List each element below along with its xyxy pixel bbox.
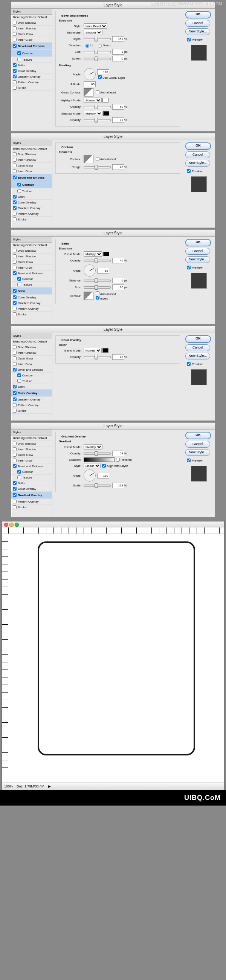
new-style-button[interactable]: New Style...	[185, 160, 210, 167]
sidebar-item[interactable]: Bevel and Emboss	[11, 463, 52, 469]
blend-mode-select[interactable]: Normal	[84, 348, 102, 353]
new-style-button[interactable]: New Style...	[185, 449, 210, 456]
align-checkbox[interactable]	[102, 464, 106, 468]
angle-input[interactable]	[97, 268, 109, 274]
blending-options[interactable]: Blending Options: Default	[11, 436, 52, 441]
color-swatch[interactable]	[103, 252, 109, 256]
checkbox[interactable]	[13, 69, 17, 73]
shadow-opacity-slider[interactable]	[84, 119, 111, 121]
down-radio[interactable]	[98, 44, 102, 48]
size-slider[interactable]	[84, 51, 111, 53]
sidebar-item-stroke[interactable]: Stroke	[11, 85, 52, 91]
preview-checkbox[interactable]	[187, 169, 191, 173]
angle-dial[interactable]	[84, 68, 95, 80]
range-input[interactable]	[112, 164, 124, 170]
blending-options[interactable]: Blending Options: Default	[11, 146, 52, 151]
cancel-button[interactable]: Cancel	[185, 441, 210, 448]
zoom-icon[interactable]	[15, 523, 19, 527]
sidebar-item[interactable]: Inner Glow	[11, 265, 52, 270]
sidebar-item[interactable]: Inner Shadow	[11, 254, 52, 259]
gloss-contour-picker[interactable]	[84, 88, 94, 97]
blending-options[interactable]: Blending Options: Default	[11, 339, 52, 344]
highlight-opacity-input[interactable]	[112, 104, 124, 110]
sidebar-item[interactable]: Outer Glow	[11, 163, 52, 169]
new-style-button[interactable]: New Style...	[185, 353, 210, 360]
window-titlebar[interactable]	[2, 522, 224, 528]
sidebar-item-satin[interactable]: Satin	[11, 62, 52, 68]
shadow-color-swatch[interactable]	[103, 111, 109, 116]
sidebar-item-color-overlay[interactable]: Color Overlay	[11, 390, 52, 397]
sidebar-item[interactable]: Drop Shadow	[11, 151, 52, 157]
ok-button[interactable]: OK	[185, 335, 211, 343]
cancel-button[interactable]: Cancel	[185, 248, 210, 255]
color-swatch[interactable]	[102, 348, 108, 353]
sidebar-item[interactable]: Stroke	[11, 504, 52, 510]
blending-options[interactable]: Blending Options: Default	[11, 243, 52, 248]
sidebar-item-pattern-overlay[interactable]: Pattern Overlay	[11, 80, 52, 85]
sidebar-item-gradient-overlay[interactable]: Gradient Overlay	[11, 74, 52, 80]
preview-checkbox[interactable]	[187, 458, 191, 462]
sidebar-item[interactable]: Contour	[11, 469, 52, 475]
sidebar-item[interactable]: Satin	[11, 194, 52, 200]
sidebar-item[interactable]: Contour	[11, 276, 52, 282]
sidebar-item[interactable]: Gradient Overlay	[11, 397, 52, 402]
zoom-level[interactable]: 100%	[4, 784, 13, 788]
checkbox[interactable]	[13, 26, 17, 30]
checkbox[interactable]	[13, 38, 17, 41]
ok-button[interactable]: OK	[185, 239, 211, 247]
angle-input[interactable]	[97, 69, 109, 75]
opacity-input[interactable]	[112, 258, 124, 263]
sidebar-item[interactable]: Stroke	[11, 408, 52, 414]
sidebar-item[interactable]: Color Overlay	[11, 200, 52, 205]
sidebar-item-bevel-emboss[interactable]: Bevel and Emboss	[11, 43, 52, 50]
minimize-icon[interactable]	[10, 523, 14, 527]
new-style-button[interactable]: New Style...	[185, 256, 210, 263]
technique-select[interactable]: Smooth	[84, 30, 102, 35]
scale-input[interactable]	[112, 483, 124, 488]
up-radio[interactable]	[86, 44, 89, 48]
blend-mode-select[interactable]: Overlay	[84, 444, 102, 450]
size-slider[interactable]	[84, 286, 111, 289]
checkbox[interactable]	[13, 80, 17, 84]
sidebar-item-satin[interactable]: Satin	[11, 288, 52, 294]
altitude-input[interactable]	[84, 81, 95, 87]
opacity-input[interactable]	[112, 354, 124, 360]
highlight-opacity-slider[interactable]	[84, 106, 111, 108]
sidebar-item[interactable]: Inner Glow	[11, 169, 52, 174]
style-select[interactable]: Linear	[84, 463, 100, 468]
cancel-button[interactable]: Cancel	[185, 151, 210, 158]
sidebar-header[interactable]: Styles	[11, 140, 52, 146]
checkbox[interactable]	[18, 58, 21, 61]
checkbox[interactable]	[13, 75, 17, 78]
sidebar-item[interactable]: Bevel and Emboss	[11, 367, 52, 372]
soften-input[interactable]	[112, 56, 124, 61]
checkbox[interactable]	[13, 21, 17, 24]
new-style-button[interactable]: New Style...	[185, 28, 210, 35]
sidebar-item[interactable]: Inner Shadow	[11, 350, 52, 356]
checkbox[interactable]	[13, 32, 17, 36]
sidebar-item-inner-shadow[interactable]: Inner Shadow	[11, 25, 52, 31]
sidebar-header[interactable]: Styles	[11, 9, 52, 15]
ruler-origin[interactable]	[2, 528, 8, 534]
sidebar-item-contour[interactable]: Contour	[11, 50, 52, 57]
sidebar-item[interactable]: Inner Glow	[11, 458, 52, 463]
ok-button[interactable]: OK	[185, 142, 211, 150]
ruler-horizontal[interactable]	[8, 528, 224, 534]
sidebar-item[interactable]: Color Overlay	[11, 486, 52, 492]
doc-size[interactable]: Doc: 1.79M/30.4M	[17, 784, 45, 788]
contour-picker[interactable]	[84, 292, 94, 300]
shadow-mode-select[interactable]: Multiply	[84, 111, 102, 116]
sidebar-item[interactable]: Stroke	[11, 312, 52, 317]
sidebar-item[interactable]: Inner Shadow	[11, 157, 52, 163]
antialiased-checkbox[interactable]	[95, 291, 99, 295]
opacity-slider[interactable]	[84, 259, 111, 262]
invert-checkbox[interactable]	[95, 296, 99, 299]
highlight-mode-select[interactable]: Screen	[84, 98, 102, 103]
sidebar-item[interactable]: Gradient Overlay	[11, 300, 52, 306]
range-slider[interactable]	[84, 166, 111, 169]
sidebar-item[interactable]: Drop Shadow	[11, 441, 52, 447]
caret-right-icon[interactable]: ▶	[48, 784, 51, 788]
canvas-area[interactable]	[8, 534, 224, 783]
sidebar-item[interactable]: Texture	[11, 282, 52, 288]
size-input[interactable]	[112, 285, 124, 290]
